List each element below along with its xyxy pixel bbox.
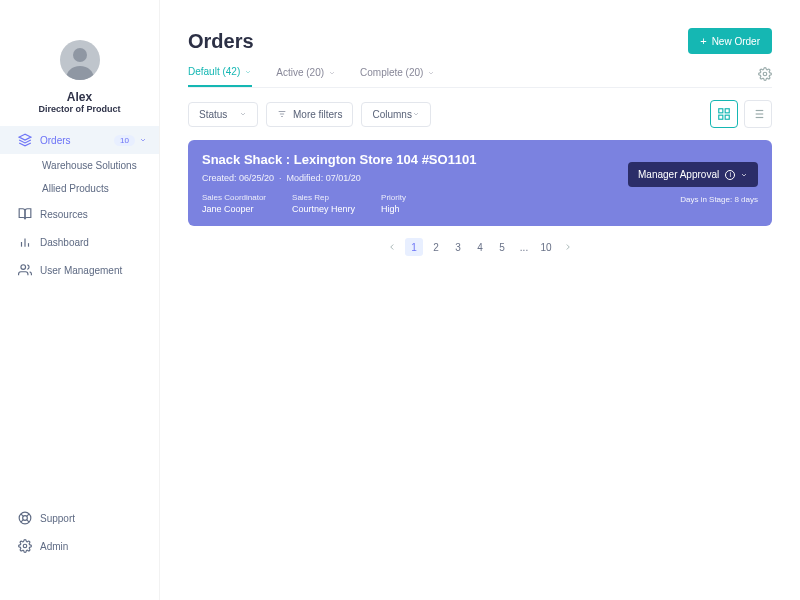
- order-columns: Sales Coordinator Jane Cooper Sales Rep …: [202, 193, 628, 214]
- status-dropdown[interactable]: Status: [188, 102, 258, 127]
- paginator: 1 2 3 4 5 ... 10: [188, 238, 772, 256]
- page-3[interactable]: 3: [449, 238, 467, 256]
- life-buoy-icon: [18, 511, 32, 525]
- nav-user-management[interactable]: User Management: [0, 256, 159, 284]
- chevron-down-icon: [412, 110, 420, 118]
- svg-point-7: [23, 516, 28, 521]
- grid-icon: [717, 107, 731, 121]
- chevron-down-icon: [239, 110, 247, 118]
- nav-resources[interactable]: Resources: [0, 200, 159, 228]
- nav-dashboard-label: Dashboard: [40, 237, 147, 248]
- columns-dropdown[interactable]: Columns: [361, 102, 431, 127]
- modified-label: Modified:: [287, 173, 324, 183]
- approval-dropdown[interactable]: Manager Approval i: [628, 162, 758, 187]
- nav-orders-badge: 10: [114, 135, 135, 146]
- filter-icon: [277, 109, 287, 119]
- page-title: Orders: [188, 30, 254, 53]
- main: Orders + New Order Default (42) Active (…: [160, 0, 800, 600]
- page-1[interactable]: 1: [405, 238, 423, 256]
- svg-line-8: [21, 514, 23, 516]
- users-icon: [18, 263, 32, 277]
- days-label: Days in Stage:: [680, 195, 732, 204]
- col-value-2: High: [381, 204, 406, 214]
- approval-label: Manager Approval: [638, 169, 719, 180]
- created-value: 06/25/20: [239, 173, 274, 183]
- svg-point-13: [763, 72, 767, 76]
- nav-dashboard[interactable]: Dashboard: [0, 228, 159, 256]
- nav-usermgmt-label: User Management: [40, 265, 147, 276]
- chevron-down-icon: [740, 171, 748, 179]
- page-prev[interactable]: [383, 238, 401, 256]
- chevron-down-icon: [427, 69, 435, 77]
- layers-icon: [18, 133, 32, 147]
- page-5[interactable]: 5: [493, 238, 511, 256]
- filters-row: Status More filters Columns: [188, 100, 772, 128]
- avatar: [60, 40, 100, 80]
- nav-orders-child-1[interactable]: Allied Products: [0, 177, 159, 200]
- nav-support[interactable]: Support: [0, 504, 159, 532]
- svg-line-9: [27, 520, 29, 522]
- created-label: Created:: [202, 173, 237, 183]
- svg-point-0: [73, 48, 87, 62]
- page-2[interactable]: 2: [427, 238, 445, 256]
- tab-complete[interactable]: Complete (20): [360, 67, 435, 86]
- plus-icon: +: [700, 35, 706, 47]
- svg-rect-18: [725, 109, 729, 113]
- col-value-0: Jane Cooper: [202, 204, 266, 214]
- more-filters-label: More filters: [293, 109, 342, 120]
- page-4[interactable]: 4: [471, 238, 489, 256]
- tab-default-label: Default (42): [188, 66, 240, 77]
- col-value-1: Courtney Henry: [292, 204, 355, 214]
- nav: Orders 10 Warehouse Solutions Allied Pro…: [0, 126, 159, 284]
- nav-admin-label: Admin: [40, 541, 147, 552]
- svg-point-5: [21, 265, 26, 270]
- svg-rect-19: [719, 115, 723, 119]
- sidebar: Alex Director of Product Orders 10 Wareh…: [0, 0, 160, 600]
- list-icon: [751, 107, 765, 121]
- page-ellipsis: ...: [515, 238, 533, 256]
- svg-point-12: [23, 544, 27, 548]
- modified-value: 07/01/20: [326, 173, 361, 183]
- svg-line-11: [21, 520, 23, 522]
- nav-orders-child-0[interactable]: Warehouse Solutions: [0, 154, 159, 177]
- order-meta: Created: 06/25/20 · Modified: 07/01/20: [202, 173, 628, 183]
- nav-admin[interactable]: Admin: [0, 532, 159, 560]
- header-row: Orders + New Order: [188, 28, 772, 54]
- status-label: Status: [199, 109, 227, 120]
- tab-complete-label: Complete (20): [360, 67, 423, 78]
- card-view-button[interactable]: [710, 100, 738, 128]
- page-10[interactable]: 10: [537, 238, 555, 256]
- col-label-0: Sales Coordinator: [202, 193, 266, 202]
- order-col-0: Sales Coordinator Jane Cooper: [202, 193, 266, 214]
- days-value: 8 days: [734, 195, 758, 204]
- nav-resources-label: Resources: [40, 209, 147, 220]
- order-col-1: Sales Rep Courtney Henry: [292, 193, 355, 214]
- more-filters-button[interactable]: More filters: [266, 102, 353, 127]
- days-in-stage: Days in Stage: 8 days: [680, 195, 758, 204]
- svg-marker-1: [19, 134, 31, 140]
- chevron-down-icon: [139, 136, 147, 144]
- chevron-left-icon: [387, 242, 397, 252]
- gear-icon: [18, 539, 32, 553]
- svg-rect-17: [719, 109, 723, 113]
- new-order-label: New Order: [712, 36, 760, 47]
- list-view-button[interactable]: [744, 100, 772, 128]
- chevron-right-icon: [563, 242, 573, 252]
- columns-label: Columns: [372, 109, 411, 120]
- nav-orders[interactable]: Orders 10: [0, 126, 159, 154]
- order-card-left: Snack Shack : Lexington Store 104 #SO110…: [202, 152, 628, 214]
- tab-active[interactable]: Active (20): [276, 67, 336, 86]
- order-card-right: Manager Approval i Days in Stage: 8 days: [628, 152, 758, 214]
- svg-rect-20: [725, 115, 729, 119]
- new-order-button[interactable]: + New Order: [688, 28, 772, 54]
- order-title: Snack Shack : Lexington Store 104 #SO110…: [202, 152, 628, 167]
- order-col-2: Priority High: [381, 193, 406, 214]
- page-next[interactable]: [559, 238, 577, 256]
- book-icon: [18, 207, 32, 221]
- user-role: Director of Product: [0, 104, 159, 114]
- tab-active-label: Active (20): [276, 67, 324, 78]
- order-card[interactable]: Snack Shack : Lexington Store 104 #SO110…: [188, 140, 772, 226]
- tab-default[interactable]: Default (42): [188, 66, 252, 87]
- settings-icon[interactable]: [758, 67, 772, 81]
- col-label-2: Priority: [381, 193, 406, 202]
